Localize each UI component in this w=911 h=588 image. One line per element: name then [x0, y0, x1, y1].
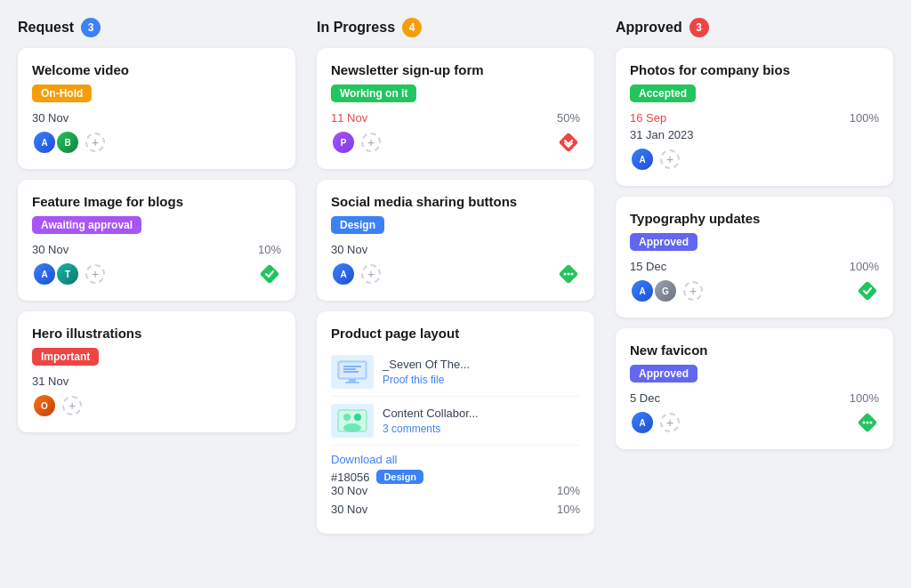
avatar: A: [630, 278, 655, 303]
add-member-button[interactable]: +: [62, 396, 82, 415]
chevron-diamond-icon[interactable]: [557, 131, 580, 154]
avatar: A: [630, 147, 655, 172]
add-member-button[interactable]: +: [660, 149, 680, 169]
card-percent: 100%: [850, 391, 879, 405]
avatar: B: [55, 130, 80, 155]
column-badge: 4: [402, 18, 422, 37]
card-tag: Awaiting approval: [32, 216, 141, 234]
svg-rect-9: [340, 363, 365, 377]
column-title: In Progress: [317, 20, 395, 36]
card-tag: On-Hold: [32, 85, 92, 102]
card-title: Newsletter sign-up form: [331, 62, 580, 77]
card-title: Social media sharing buttons: [331, 194, 580, 209]
svg-point-19: [863, 422, 866, 424]
add-member-button[interactable]: +: [660, 413, 680, 432]
column-header: Approved3: [616, 18, 893, 37]
card-meta: A+: [630, 410, 879, 435]
add-member-button[interactable]: +: [361, 264, 381, 284]
download-all-link[interactable]: Download all: [331, 453, 580, 466]
card-date: 5 Dec: [630, 391, 660, 405]
avatar: A: [32, 262, 57, 286]
dots-diamond-icon[interactable]: [557, 262, 580, 286]
card-date: 30 Nov: [32, 243, 69, 256]
svg-point-21: [870, 422, 873, 424]
avatar: A: [630, 410, 655, 435]
add-member-button[interactable]: +: [361, 133, 381, 152]
ticket-row: #18056Design: [331, 470, 580, 484]
card-tag: Approved: [630, 365, 697, 383]
card-date: 11 Nov: [331, 111, 367, 125]
card-tag: Approved: [630, 233, 697, 251]
card: Typography updatesApproved15 Dec100%AG+: [616, 197, 893, 318]
date-row: 16 Sep100%: [630, 111, 879, 125]
svg-point-20: [867, 422, 869, 424]
card: New faviconApproved5 Dec100%A+: [616, 328, 893, 449]
card-tag: Important: [32, 348, 99, 366]
card: Feature Image for blogsAwaiting approval…: [18, 180, 295, 301]
avatar: O: [32, 393, 57, 418]
avatar-group: A+: [630, 147, 680, 172]
svg-point-3: [564, 273, 567, 276]
avatar: P: [331, 130, 356, 155]
date-row-bottom: 30 Nov10%: [331, 503, 580, 516]
attachment-info: _Seven Of The...Proof this file: [383, 358, 470, 387]
card-title: Welcome video: [32, 62, 281, 77]
add-member-button[interactable]: +: [85, 133, 105, 152]
column-header: Request3: [18, 18, 295, 37]
dots-diamond-icon[interactable]: [856, 411, 879, 434]
avatar-group: A+: [630, 410, 680, 435]
card-meta: O+: [32, 393, 281, 418]
card-date: 30 Nov: [331, 243, 367, 256]
card-title: Hero illustrations: [32, 326, 281, 341]
svg-rect-17: [858, 281, 878, 302]
column-approved: Approved3Photos for company biosAccepted…: [616, 18, 893, 544]
card-percent: 50%: [557, 111, 580, 125]
card-date-2: 31 Jan 2023: [630, 128, 694, 141]
card-percent: 100%: [850, 260, 879, 273]
add-member-button[interactable]: +: [683, 281, 703, 301]
card: Social media sharing buttonsDesign30 Nov…: [317, 180, 594, 301]
card-percent: 100%: [850, 111, 879, 125]
card-title: New favicon: [630, 342, 879, 358]
card-meta: A+: [331, 262, 580, 286]
date-row: 30 Nov: [32, 111, 281, 125]
card-percent-bottom: 10%: [557, 503, 580, 516]
svg-point-5: [571, 273, 574, 276]
card-percent: 10%: [258, 243, 281, 256]
card: Welcome videoOn-Hold30 NovAB+: [18, 48, 295, 169]
card-tag: Accepted: [630, 85, 696, 102]
attachment-link[interactable]: 3 comments: [383, 423, 440, 435]
attachment-info: Content Collabor...3 comments: [383, 407, 479, 436]
avatar: T: [55, 262, 80, 286]
add-member-button[interactable]: +: [85, 264, 105, 284]
attachment-name: _Seven Of The...: [383, 358, 470, 371]
svg-point-15: [354, 414, 361, 421]
column-header: In Progress4: [317, 18, 594, 37]
avatar: G: [653, 278, 678, 303]
date-row: 15 Dec100%: [630, 260, 879, 273]
avatar: A: [32, 130, 57, 155]
card-date: 16 Sep: [630, 111, 666, 125]
card-meta: AT+: [32, 262, 281, 286]
card: Product page layout _Seven Of The...Proo…: [317, 311, 594, 534]
card-date: 30 Nov: [331, 484, 367, 497]
ticket-id: #18056: [331, 471, 369, 484]
avatar-group: AT+: [32, 262, 105, 286]
avatar-group: AG+: [630, 278, 703, 303]
attachment-link[interactable]: Proof this file: [383, 374, 444, 386]
column-badge: 3: [81, 18, 101, 37]
card-date: 15 Dec: [630, 260, 666, 273]
column-inprogress: In Progress4Newsletter sign-up formWorki…: [317, 18, 594, 544]
check-diamond-icon[interactable]: [258, 262, 281, 286]
card-meta: A+: [630, 147, 879, 172]
date-row: 30 Nov: [331, 243, 580, 256]
svg-point-14: [343, 414, 351, 421]
check-diamond-icon[interactable]: [856, 279, 879, 302]
card-title: Feature Image for blogs: [32, 194, 281, 209]
attachment-thumbnail: [331, 404, 374, 438]
avatar-group: A+: [331, 262, 381, 286]
svg-rect-0: [260, 264, 280, 285]
card: Photos for company biosAccepted16 Sep100…: [616, 48, 893, 186]
avatar: A: [331, 262, 356, 286]
date-row: 30 Nov10%: [331, 484, 580, 497]
